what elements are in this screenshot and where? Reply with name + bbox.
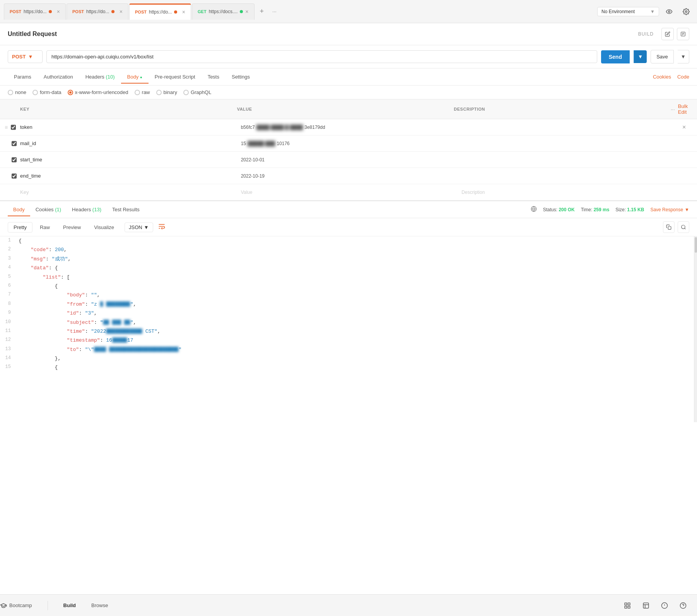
request-header: Untitled Request BUILD [0,23,697,45]
kv-row-token-check[interactable]: ≡ [0,124,15,130]
kv-col-value: VALUE [232,105,449,113]
add-tab-button[interactable]: + [255,5,269,18]
description-icon[interactable] [677,28,689,40]
kv-row-end-value[interactable]: 2022-10-19 [236,170,457,182]
build-button[interactable]: BUILD [634,31,658,37]
kv-col-description: DESCRIPTION [449,105,666,113]
kv-row-end-desc[interactable] [457,173,678,179]
kv-row-end-check[interactable] [0,173,15,179]
format-selector[interactable]: JSON ▼ [125,222,153,232]
search-response-icon[interactable] [678,221,689,233]
tab-authorization[interactable]: Authorization [38,70,79,84]
cookies-link[interactable]: Cookies [653,74,671,80]
kv-row-placeholder: Key Value Description [0,184,697,200]
help-icon[interactable] [677,599,689,612]
send-button[interactable]: Send [601,50,630,63]
save-button[interactable]: Save [651,50,674,63]
kv-row-end-key[interactable]: end_time [15,170,236,182]
body-type-raw[interactable]: raw [135,89,150,95]
tab-3-url: https://do... [149,9,172,15]
resp-tab-headers[interactable]: Headers (13) [67,203,107,216]
kv-row-token-key[interactable]: token [15,121,236,133]
view-preview[interactable]: Preview [57,222,87,233]
resp-tab-cookies[interactable]: Cookies (1) [30,203,67,216]
svg-rect-16 [643,603,649,608]
svg-point-10 [682,225,685,229]
code-line-8: 8 "from": "z █ ████████", [0,300,697,309]
layout-icon[interactable] [640,599,652,612]
view-pretty[interactable]: Pretty [8,222,32,233]
build-item[interactable]: Build [63,602,76,608]
tab-headers[interactable]: Headers (10) [79,70,121,84]
copy-response-icon[interactable] [663,221,675,233]
tab-3[interactable]: POST https://do... × [129,3,191,20]
tab-4[interactable]: GET https://docs.... × [192,3,255,20]
tab-tests[interactable]: Tests [202,70,226,84]
kv-placeholder-value[interactable]: Value [236,187,457,198]
grid-icon[interactable] [621,599,634,612]
bootcamp-label: Bootcamp [9,602,32,608]
radio-none [8,90,13,95]
tab-1-close[interactable]: × [57,9,60,15]
kv-row-start-key[interactable]: start_time [15,154,236,166]
method-select[interactable]: POST ▼ [8,50,43,63]
tab-2[interactable]: POST https://do... × [67,3,128,20]
body-type-binary[interactable]: binary [156,89,177,95]
tab-4-url: https://docs.... [209,9,238,14]
resp-tab-body[interactable]: Body [8,203,30,216]
tab-params[interactable]: Params [8,70,38,84]
scrollbar-right[interactable] [694,236,697,422]
kv-row-token-desc[interactable] [457,124,678,130]
tab-settings[interactable]: Settings [226,70,256,84]
more-tabs-button[interactable]: ··· [269,6,280,17]
url-input[interactable] [46,50,597,63]
kv-placeholder-desc[interactable]: Description [457,187,678,198]
kv-placeholder-key[interactable]: Key [15,186,236,198]
status-code: 200 OK [559,207,574,212]
send-dropdown-button[interactable]: ▼ [634,50,647,63]
tab-1[interactable]: POST https://do... × [4,3,66,20]
format-arrow: ▼ [144,224,149,230]
view-visualize[interactable]: Visualize [88,222,120,233]
wrap-button[interactable] [158,222,166,232]
bulk-edit-button[interactable]: Bulk Edit [678,103,692,115]
edit-icon[interactable] [661,28,674,40]
body-type-graphql[interactable]: GraphQL [183,89,211,95]
tab-3-close[interactable]: × [182,9,185,15]
save-response-button[interactable]: Save Response ▼ [650,207,689,212]
tab-body[interactable]: Body ● [121,70,149,84]
kv-row-mail-key[interactable]: mail_id [15,137,236,149]
tab-2-close[interactable]: × [120,9,123,15]
browse-item[interactable]: Browse [91,602,108,608]
code-link[interactable]: Code [677,74,689,80]
kv-row-mail-value[interactable]: 15█████ ███10176 [236,138,457,149]
svg-rect-13 [628,603,630,605]
env-dropdown[interactable]: No Environment ▼ [597,7,659,16]
tab-pre-request-script[interactable]: Pre-request Script [149,70,202,84]
bootcamp-item[interactable]: Bootcamp [0,602,32,609]
kv-row-start-desc[interactable] [457,157,678,163]
body-type-none[interactable]: none [8,89,26,95]
settings-icon[interactable] [679,5,693,19]
kv-row-start-value[interactable]: 2022-10-01 [236,154,457,166]
bulk-edit-dots[interactable]: ··· [671,106,675,112]
body-type-form-data[interactable]: form-data [32,89,62,95]
token-delete-icon[interactable]: × [682,124,686,131]
globe-icon [531,206,537,213]
kv-row-mail-id: mail_id 15█████ ███10176 [0,135,697,152]
tab-4-close[interactable]: × [245,9,248,15]
kv-row-mail-check[interactable] [0,141,15,146]
body-type-urlencoded[interactable]: x-www-form-urlencoded [68,89,128,95]
env-label: No Environment [601,9,635,14]
kv-row-start-check[interactable] [0,157,15,163]
eye-icon[interactable] [662,5,676,19]
resp-tab-test-results[interactable]: Test Results [107,203,145,216]
save-dropdown-button[interactable]: ▼ [678,50,689,63]
cookie-icon[interactable] [658,599,671,612]
scrollbar-thumb[interactable] [695,237,697,253]
code-line-15: 15 { [0,363,697,372]
kv-row-token-value[interactable]: b56fc7████ ████ █ ████3e8179dd [236,121,457,133]
kv-row-mail-desc[interactable] [457,140,678,147]
view-raw[interactable]: Raw [34,222,56,233]
response-section: Body Cookies (1) Headers (13) Test Resul… [0,200,697,422]
